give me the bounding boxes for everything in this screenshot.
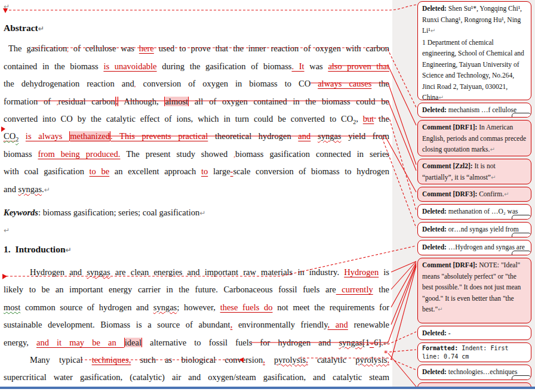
- pilcrow-mark: ↵: [438, 94, 443, 100]
- formatted-balloon[interactable]: Formatted: Indent: First line: 0.74 cm: [417, 342, 531, 362]
- text-segment: The gasification: [8, 44, 67, 53]
- text-segment: an excellent approach: [109, 166, 201, 176]
- balloon-prefix: Comment [DRF3]:: [422, 190, 479, 197]
- document-line: converted into CO by the catalytic effec…: [4, 110, 389, 128]
- pilcrow-mark: ↵: [44, 186, 50, 194]
- deleted-balloon[interactable]: Deleted: technologies…echniques. . .: [417, 365, 531, 380]
- document-line: sustainable development. Biomass is a so…: [4, 316, 389, 334]
- text-segment: syngas: [339, 338, 362, 347]
- deleted-balloon[interactable]: Deleted: mechanism …f cellulose was. . .: [417, 103, 531, 118]
- balloon-overflow-button[interactable]: . . .: [512, 113, 531, 118]
- deleted-balloon[interactable]: Deleted: -: [417, 326, 531, 340]
- comment-balloon[interactable]: Comment [DRF4]: NOTE: "Ideal" means "abs…: [417, 258, 531, 323]
- pilcrow-mark: ↵: [38, 24, 44, 33]
- text-segment: alternative to fossil fuels for hydrogen…: [142, 338, 339, 347]
- text-segment: most: [4, 303, 20, 312]
- text-segment: the: [374, 114, 389, 124]
- text-segment: always causes: [318, 79, 371, 88]
- text-segment: syngas: [318, 131, 341, 141]
- text-segment: and: [4, 184, 19, 194]
- text-segment: theoretical hydrogen: [208, 131, 298, 141]
- document-line: biomass from being produced. The present…: [4, 146, 389, 163]
- comment-anchor-highlight: methanized: [69, 131, 110, 141]
- keywords-line: Keywords: biomass gasification; series; …: [4, 204, 389, 221]
- text-segment: the dehydrogenation reaction and: [4, 79, 134, 88]
- comment-balloon[interactable]: Comment [Zzl2]: It is not “partially”, i…: [417, 159, 531, 184]
- text-segment: energy,: [4, 338, 36, 347]
- text-segment: [310, 131, 318, 141]
- introduction-heading: 1. Introduction↵: [4, 240, 389, 258]
- pilcrow-mark: ↵: [438, 306, 442, 313]
- balloon-prefix: Comment [DRF1]:: [422, 124, 479, 131]
- comment-balloon[interactable]: Comment [DRF1]: In American English, per…: [417, 120, 531, 156]
- document-page[interactable]: ↵Abstract↵The gasification, of cellulose…: [0, 0, 392, 387]
- text-segment: are clean energies and important raw mat…: [110, 267, 344, 277]
- text-segment: to: [201, 166, 208, 176]
- text-segment: 6].: [374, 338, 383, 347]
- text-segment: currently: [336, 285, 373, 294]
- balloon-prefix: Deleted:: [422, 329, 448, 337]
- word-review-window: ↵Abstract↵The gasification, of cellulose…: [0, 0, 535, 392]
- deleted-balloon[interactable]: Deleted: …Hydrogen and syngas are. . .: [417, 240, 531, 255]
- text-segment: all of oxygen contained in the biomass c…: [189, 97, 389, 106]
- document-line: Many typical techniques, such as biologi…: [4, 351, 389, 369]
- text-segment: residual carbon: [59, 97, 115, 106]
- text-segment: used to prove that the inner reaction of…: [154, 44, 389, 53]
- text-segment: sustainable development. Biomass is a so…: [4, 320, 230, 329]
- document-line: most common source of hydrogen and synga…: [4, 299, 389, 316]
- text-segment: biomass gasification connected in series: [235, 149, 389, 159]
- text-segment: environmentally friendly: [232, 320, 327, 329]
- text-segment: Introduction: [15, 244, 65, 254]
- pilcrow-mark: ↵: [383, 339, 389, 347]
- text-segment: to be: [90, 166, 110, 176]
- text-segment: catalytic: [308, 355, 355, 365]
- balloon-prefix: Comment [DRF4]:: [422, 261, 479, 268]
- text-segment: syngas: [153, 303, 177, 312]
- text-segment: ; however,: [177, 303, 220, 312]
- window-bottom-gap: [0, 389, 535, 392]
- text-segment: ,: [356, 114, 363, 124]
- text-segment: from being produced.: [38, 149, 121, 159]
- pilcrow-mark: ↵: [491, 174, 496, 181]
- text-segment: scale conversion of biomass to hydrogen: [233, 166, 389, 176]
- text-segment: large: [208, 166, 230, 176]
- text-segment: with coal gasification: [4, 166, 90, 176]
- text-segment: renewable: [348, 320, 389, 329]
- text-segment: of cellulose was: [69, 44, 139, 53]
- text-segment: syngas: [87, 267, 110, 277]
- text-segment: techniques,: [92, 355, 131, 365]
- text-segment: [1: [362, 338, 370, 347]
- pilcrow-mark: ↵: [490, 146, 494, 153]
- deleted-balloon[interactable]: Deleted: Shen Su¹*, Yongqing Chi¹, Runxi…: [417, 1, 531, 100]
- balloon-overflow-button[interactable]: . . .: [512, 233, 531, 237]
- deleted-balloon[interactable]: Deleted: methanation of …O₂ was. . .: [417, 204, 531, 220]
- text-segment: formation of: [4, 97, 57, 106]
- document-text[interactable]: ↵Abstract↵The gasification, of cellulose…: [4, 0, 389, 387]
- text-segment: Although,: [118, 97, 164, 106]
- text-segment: not meet the requirements for: [273, 303, 390, 312]
- text-segment: converted into CO by the catalytic effec…: [4, 114, 353, 124]
- text-segment: , and: [328, 320, 348, 329]
- text-segment: 1.: [4, 244, 11, 254]
- balloon-prefix: Deleted:: [422, 243, 448, 251]
- abstract-heading: Abstract↵: [4, 19, 389, 36]
- balloon-prefix: Deleted:: [422, 5, 448, 12]
- deleted-balloon[interactable]: Deleted: or…nd syngas yield from. . .: [417, 222, 531, 237]
- text-segment: likely to be an important energy carrier…: [4, 285, 336, 294]
- text-segment: [19, 131, 26, 141]
- document-line: the dehydrogenation reaction and, conver…: [4, 75, 389, 92]
- balloon-overflow-button[interactable]: . . .: [512, 375, 531, 380]
- text-segment: Hydrogen and: [30, 267, 87, 277]
- pilcrow-mark: ↵: [66, 246, 72, 254]
- comment-anchor-highlight: almost: [164, 97, 189, 106]
- text-segment: supercritical water gasification, (catal…: [4, 372, 389, 382]
- comment-balloon[interactable]: Comment [DRF3]: Confirm.↵: [417, 187, 531, 202]
- balloon-overflow-button[interactable]: . . .: [512, 251, 531, 255]
- text-segment: during the gasification of biomass: [157, 61, 292, 71]
- text-segment: Keywords: [4, 208, 38, 217]
- document-line: The gasification, of cellulose was here …: [4, 40, 389, 57]
- document-line: and syngas.↵: [4, 181, 389, 198]
- text-segment: contained in the biomass: [4, 61, 103, 71]
- balloon-overflow-button[interactable]: . . .: [512, 215, 531, 220]
- text-segment: common source of hydrogen and: [20, 303, 153, 312]
